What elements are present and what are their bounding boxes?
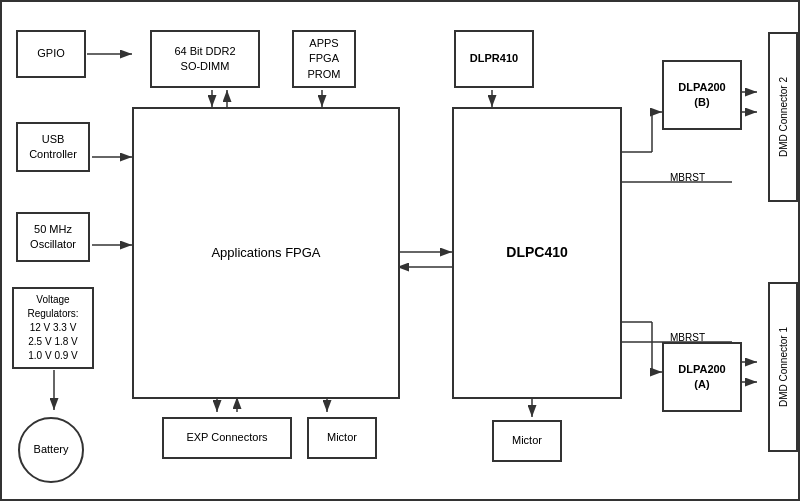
dmd-connector-2-block: DMD Connector 2 <box>768 32 798 202</box>
exp-connectors-label: EXP Connectors <box>186 430 267 445</box>
applications-fpga-label: Applications FPGA <box>211 244 320 262</box>
voltage-regulators-block: Voltage Regulators: 12 V 3.3 V 2.5 V 1.8… <box>12 287 94 369</box>
diagram-container: GPIO USB Controller 50 MHz Oscillator Vo… <box>0 0 800 501</box>
dlpc410-block: DLPC410 <box>452 107 622 399</box>
dlpc410-label: DLPC410 <box>506 243 567 263</box>
mictor-right-block: Mictor <box>492 420 562 462</box>
mbrst-bottom-label: MBRST <box>670 332 705 343</box>
usb-controller-block: USB Controller <box>16 122 90 172</box>
mictor-right-label: Mictor <box>512 433 542 448</box>
voltage-regulators-label: Voltage Regulators: 12 V 3.3 V 2.5 V 1.8… <box>27 293 78 363</box>
dlpa200-b-block: DLPA200 (B) <box>662 60 742 130</box>
dmd-connector-1-block: DMD Connector 1 <box>768 282 798 452</box>
oscillator-block: 50 MHz Oscillator <box>16 212 90 262</box>
apps-fpga-prom-block: APPS FPGA PROM <box>292 30 356 88</box>
mictor-left-label: Mictor <box>327 430 357 445</box>
dlpr410-block: DLPR410 <box>454 30 534 88</box>
mictor-left-block: Mictor <box>307 417 377 459</box>
gpio-block: GPIO <box>16 30 86 78</box>
dlpa200-b-label: DLPA200 (B) <box>678 80 725 111</box>
battery-label: Battery <box>34 442 69 457</box>
usb-controller-label: USB Controller <box>29 132 77 163</box>
oscillator-label: 50 MHz Oscillator <box>30 222 76 253</box>
apps-fpga-prom-label: APPS FPGA PROM <box>308 36 341 82</box>
ddr2-label: 64 Bit DDR2 SO-DIMM <box>174 44 235 75</box>
dmd-connector-2-label: DMD Connector 2 <box>778 77 789 157</box>
ddr2-block: 64 Bit DDR2 SO-DIMM <box>150 30 260 88</box>
gpio-label: GPIO <box>37 46 65 61</box>
dmd-connector-1-label: DMD Connector 1 <box>778 327 789 407</box>
dlpa200-a-label: DLPA200 (A) <box>678 362 725 393</box>
exp-connectors-block: EXP Connectors <box>162 417 292 459</box>
mbrst-top-label: MBRST <box>670 172 705 183</box>
dlpa200-a-block: DLPA200 (A) <box>662 342 742 412</box>
applications-fpga-block: Applications FPGA <box>132 107 400 399</box>
dlpr410-label: DLPR410 <box>470 51 518 66</box>
battery-block: Battery <box>18 417 84 483</box>
